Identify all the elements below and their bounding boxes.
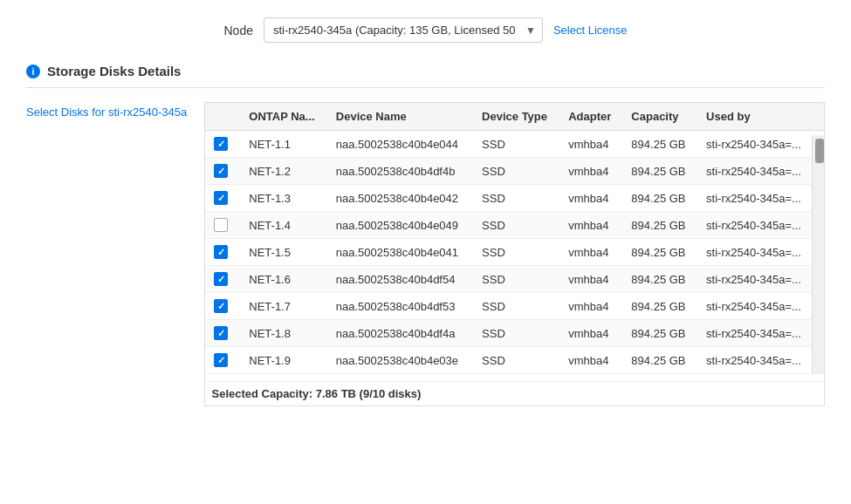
table-row: NET-1.6naa.5002538c40b4df54SSDvmhba4894.… bbox=[205, 266, 824, 293]
used-by-cell: sti-rx2540-345a=... bbox=[697, 320, 824, 347]
adapter-cell: vmhba4 bbox=[559, 239, 622, 266]
disk-table: ONTAP Na... Device Name Device Type Adap… bbox=[205, 103, 824, 374]
device-type-cell: SSD bbox=[473, 131, 559, 158]
device-type-cell: SSD bbox=[473, 239, 559, 266]
device-name-cell: naa.5002538c40b4e041 bbox=[327, 239, 473, 266]
device-name-cell: naa.5002538c40b4df4a bbox=[327, 320, 473, 347]
table-row: NET-1.2naa.5002538c40b4df4bSSDvmhba4894.… bbox=[205, 158, 824, 185]
ontap-name-cell: NET-1.2 bbox=[240, 158, 327, 185]
selected-capacity-label: Selected Capacity: 7.86 TB (9/10 disks) bbox=[212, 387, 422, 400]
node-select[interactable]: sti-rx2540-345a (Capacity: 135 GB, Licen… bbox=[264, 17, 543, 43]
disk-checkbox-5[interactable] bbox=[214, 245, 228, 259]
used-by-cell: sti-rx2540-345a=... bbox=[697, 239, 824, 266]
device-type-cell: SSD bbox=[473, 212, 559, 239]
used-by-cell: sti-rx2540-345a=... bbox=[697, 347, 824, 374]
col-device-name: Device Name bbox=[327, 103, 473, 131]
disk-checkbox-6[interactable] bbox=[214, 272, 228, 286]
disk-checkbox-2[interactable] bbox=[214, 164, 228, 178]
col-device-type: Device Type bbox=[473, 103, 559, 131]
table-header-row: ONTAP Na... Device Name Device Type Adap… bbox=[205, 103, 824, 131]
capacity-cell: 894.25 GB bbox=[622, 347, 697, 374]
adapter-cell: vmhba4 bbox=[559, 131, 622, 158]
ontap-name-cell: NET-1.5 bbox=[240, 239, 327, 266]
capacity-cell: 894.25 GB bbox=[622, 266, 697, 293]
table-row: NET-1.7naa.5002538c40b4df53SSDvmhba4894.… bbox=[205, 293, 824, 320]
col-capacity: Capacity bbox=[622, 103, 697, 131]
disk-checkbox-9[interactable] bbox=[214, 353, 228, 367]
col-ontap-name: ONTAP Na... bbox=[240, 103, 327, 131]
info-icon: i bbox=[26, 65, 40, 78]
col-adapter: Adapter bbox=[559, 103, 622, 131]
used-by-cell: sti-rx2540-345a=... bbox=[697, 185, 824, 212]
capacity-cell: 894.25 GB bbox=[622, 293, 697, 320]
device-type-cell: SSD bbox=[473, 266, 559, 293]
disk-checkbox-8[interactable] bbox=[214, 326, 228, 340]
capacity-cell: 894.25 GB bbox=[622, 158, 697, 185]
capacity-cell: 894.25 GB bbox=[622, 131, 697, 158]
disk-checkbox-4[interactable] bbox=[214, 218, 228, 232]
ontap-name-cell: NET-1.8 bbox=[240, 320, 327, 347]
table-row: NET-1.9naa.5002538c40b4e03eSSDvmhba4894.… bbox=[205, 347, 824, 374]
checkbox-cell[interactable] bbox=[205, 320, 240, 347]
device-name-cell: naa.5002538c40b4df4b bbox=[327, 158, 473, 185]
adapter-cell: vmhba4 bbox=[559, 293, 622, 320]
device-name-cell: naa.5002538c40b4e049 bbox=[327, 212, 473, 239]
capacity-cell: 894.25 GB bbox=[622, 239, 697, 266]
disk-checkbox-3[interactable] bbox=[214, 191, 228, 205]
table-container: ONTAP Na... Device Name Device Type Adap… bbox=[204, 102, 825, 406]
device-name-cell: naa.5002538c40b4e042 bbox=[327, 185, 473, 212]
scrollbar-thumb[interactable] bbox=[815, 139, 824, 163]
ontap-name-cell: NET-1.7 bbox=[240, 293, 327, 320]
disk-checkbox-1[interactable] bbox=[214, 137, 228, 151]
checkbox-cell[interactable] bbox=[205, 293, 240, 320]
disk-selection-area: Select Disks for sti-rx2540-345a ONTAP N… bbox=[26, 102, 825, 406]
used-by-cell: sti-rx2540-345a=... bbox=[697, 158, 824, 185]
ontap-name-cell: NET-1.3 bbox=[240, 185, 327, 212]
device-type-cell: SSD bbox=[473, 185, 559, 212]
node-label: Node bbox=[223, 24, 252, 37]
checkbox-cell[interactable] bbox=[205, 131, 240, 158]
adapter-cell: vmhba4 bbox=[559, 212, 622, 239]
ontap-name-cell: NET-1.4 bbox=[240, 212, 327, 239]
checkbox-cell[interactable] bbox=[205, 347, 240, 374]
node-select-wrapper: sti-rx2540-345a (Capacity: 135 GB, Licen… bbox=[264, 17, 543, 43]
used-by-cell: sti-rx2540-345a=... bbox=[697, 293, 824, 320]
scrollbar-right[interactable] bbox=[812, 135, 824, 374]
device-type-cell: SSD bbox=[473, 293, 559, 320]
table-row: NET-1.3naa.5002538c40b4e042SSDvmhba4894.… bbox=[205, 185, 824, 212]
capacity-cell: 894.25 GB bbox=[622, 212, 697, 239]
page-container: Node sti-rx2540-345a (Capacity: 135 GB, … bbox=[0, 0, 851, 424]
device-name-cell: naa.5002538c40b4df53 bbox=[327, 293, 473, 320]
table-row: NET-1.8naa.5002538c40b4df4aSSDvmhba4894.… bbox=[205, 320, 824, 347]
device-type-cell: SSD bbox=[473, 347, 559, 374]
table-row: NET-1.5naa.5002538c40b4e041SSDvmhba4894.… bbox=[205, 239, 824, 266]
device-name-cell: naa.5002538c40b4e03e bbox=[327, 347, 473, 374]
device-name-cell: naa.5002538c40b4e044 bbox=[327, 131, 473, 158]
disk-checkbox-7[interactable] bbox=[214, 299, 228, 313]
table-row: NET-1.1naa.5002538c40b4e044SSDvmhba4894.… bbox=[205, 131, 824, 158]
node-row: Node sti-rx2540-345a (Capacity: 135 GB, … bbox=[26, 17, 825, 43]
device-type-cell: SSD bbox=[473, 320, 559, 347]
adapter-cell: vmhba4 bbox=[559, 347, 622, 374]
checkbox-cell[interactable] bbox=[205, 212, 240, 239]
adapter-cell: vmhba4 bbox=[559, 320, 622, 347]
table-body: NET-1.1naa.5002538c40b4e044SSDvmhba4894.… bbox=[205, 131, 824, 374]
footer-bar: Selected Capacity: 7.86 TB (9/10 disks) bbox=[205, 381, 824, 405]
checkbox-cell[interactable] bbox=[205, 239, 240, 266]
used-by-cell: sti-rx2540-345a=... bbox=[697, 266, 824, 293]
select-disks-label: Select Disks for sti-rx2540-345a bbox=[26, 102, 187, 406]
section-header: i Storage Disks Details bbox=[26, 64, 825, 88]
used-by-cell: sti-rx2540-345a=... bbox=[697, 212, 824, 239]
col-checkbox bbox=[205, 103, 240, 131]
capacity-cell: 894.25 GB bbox=[622, 185, 697, 212]
col-used-by: Used by bbox=[697, 103, 824, 131]
ontap-name-cell: NET-1.9 bbox=[240, 347, 327, 374]
checkbox-cell[interactable] bbox=[205, 266, 240, 293]
checkbox-cell[interactable] bbox=[205, 158, 240, 185]
select-license-link[interactable]: Select License bbox=[553, 24, 628, 37]
used-by-cell: sti-rx2540-345a=... bbox=[697, 131, 824, 158]
checkbox-cell[interactable] bbox=[205, 185, 240, 212]
capacity-cell: 894.25 GB bbox=[622, 320, 697, 347]
table-row: NET-1.4naa.5002538c40b4e049SSDvmhba4894.… bbox=[205, 212, 824, 239]
device-type-cell: SSD bbox=[473, 158, 559, 185]
